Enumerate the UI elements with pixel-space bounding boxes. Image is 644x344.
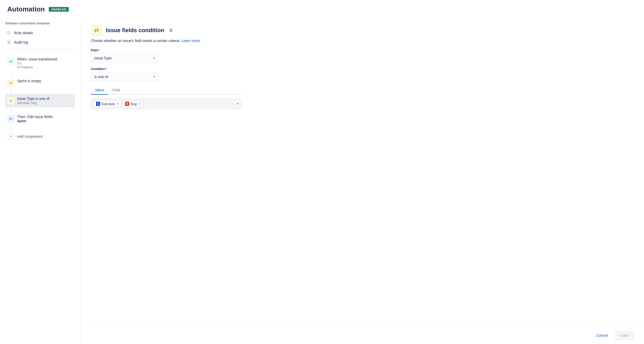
issue-type-icon: ⇄	[7, 97, 15, 104]
save-button[interactable]: Save	[615, 331, 634, 340]
bottom-actions: Cancel Save	[80, 327, 644, 344]
remove-bug-button[interactable]: ✕	[138, 102, 141, 106]
chevron-down-icon: ▾	[153, 75, 155, 79]
sidebar-item-label: Audit log	[14, 40, 28, 44]
condition-label: Condition *	[91, 67, 634, 71]
chevron-down-icon: ▾	[153, 56, 155, 60]
condition-select[interactable]: is one of ▾	[91, 72, 158, 81]
add-component[interactable]: + Add component	[5, 130, 75, 143]
remove-subtask-button[interactable]: ✕	[117, 102, 119, 106]
flow-item-when-trigger[interactable]: ↩ When: Issue transitioned TO In Progres…	[5, 54, 75, 72]
issue-type-sublabel: Sub-task, Bug	[17, 101, 73, 105]
sidebar-item-audit-log[interactable]: ☰ Audit log	[5, 38, 75, 47]
tag-subtask: S Sub-task ✕	[94, 101, 121, 107]
info-icon: ⓘ	[6, 30, 11, 36]
add-icon: +	[7, 133, 15, 140]
condition-group: Condition * is one of ▾	[91, 67, 634, 81]
sprint-icon: ⇄	[7, 79, 15, 87]
required-star: *	[106, 67, 107, 71]
tabs-row: Value Field	[91, 86, 241, 95]
flow-item-then[interactable]: ✏ Then: Edit issue fields Sprint	[5, 112, 75, 126]
main-content: Software automation template ⓘ Rule deta…	[0, 17, 644, 344]
trigger-label: When: Issue transitioned	[17, 57, 73, 61]
right-panel: ⇄ Issue fields condition 🗑 Checks whethe…	[80, 17, 644, 344]
connector	[11, 89, 11, 94]
issue-type-label: Issue Type is one of	[17, 97, 73, 101]
cancel-button[interactable]: Cancel	[592, 331, 612, 340]
field-label: Field *	[91, 49, 634, 52]
sidebar-item-rule-details[interactable]: ⓘ Rule details	[5, 28, 75, 38]
action-icon: ✏	[7, 115, 15, 122]
header: Automation ENABLED	[0, 0, 644, 17]
value-field[interactable]: S Sub-task ✕ B Bug ✕ ▾	[91, 98, 241, 109]
list-icon: ☰	[6, 40, 11, 45]
condition-select-value: is one of	[94, 75, 108, 79]
tag-bug-label: Bug	[131, 102, 136, 106]
page-title: Automation	[7, 5, 45, 13]
flow-item-issue-type[interactable]: ⇄ Issue Type is one of Sub-task, Bug	[5, 94, 75, 107]
sidebar-item-label: Rule details	[14, 31, 33, 35]
required-star: *	[99, 49, 100, 52]
action-label: Then: Edit issue fields	[17, 115, 73, 119]
connector	[11, 107, 11, 112]
app-container: Automation ENABLED Software automation t…	[0, 0, 644, 344]
panel-description: Checks whether an issue's field meets a …	[91, 39, 634, 43]
enabled-badge: ENABLED	[49, 7, 69, 12]
divider	[5, 50, 75, 50]
sidebar: Software automation template ⓘ Rule deta…	[0, 17, 80, 344]
bug-icon: B	[125, 102, 129, 106]
subtask-icon: S	[96, 102, 100, 106]
chevron-down-icon: ▾	[237, 102, 238, 106]
add-component-label: Add component	[17, 134, 43, 139]
panel-header: ⇄ Issue fields condition 🗑	[91, 25, 634, 36]
tab-value[interactable]: Value	[91, 86, 108, 95]
field-select-value: Issue Type	[94, 56, 112, 60]
panel-icon: ⇄	[91, 25, 102, 36]
trigger-sublabel: TO In Progress	[17, 62, 73, 69]
delete-icon[interactable]: 🗑	[169, 28, 173, 33]
panel-title: Issue fields condition	[106, 27, 164, 34]
tab-field[interactable]: Field	[108, 86, 124, 95]
tag-subtask-label: Sub-task	[101, 102, 115, 106]
field-select[interactable]: Issue Type ▾	[91, 54, 158, 63]
template-label: Software automation template	[5, 19, 75, 28]
trigger-icon: ↩	[7, 58, 15, 65]
field-group: Field * Issue Type ▾	[91, 49, 634, 63]
sprint-label: Sprint is empty	[17, 79, 73, 83]
tag-bug: B Bug ✕	[123, 101, 143, 107]
flow-section: ↩ When: Issue transitioned TO In Progres…	[5, 52, 75, 145]
flow-item-sprint[interactable]: ⇄ Sprint is empty	[5, 76, 75, 89]
connector	[11, 72, 11, 76]
action-sublabel: Sprint	[17, 119, 73, 123]
connector	[11, 126, 11, 130]
learn-more-link[interactable]: Learn more.	[181, 39, 201, 43]
